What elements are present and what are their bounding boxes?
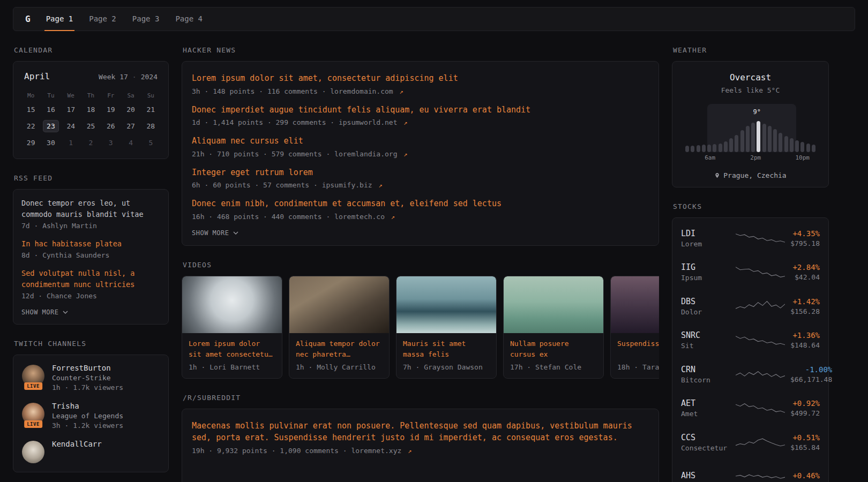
stock-row[interactable]: AET Amet +0.92% $499.72	[681, 391, 820, 426]
weather-hour-bar	[800, 142, 804, 152]
stock-symbol[interactable]: LDI	[681, 229, 730, 238]
hn-item-link[interactable]: Donec imperdiet augue tincidunt felis al…	[192, 104, 649, 116]
calendar-day[interactable]: 26	[103, 120, 119, 132]
stock-symbol[interactable]: IIG	[681, 262, 730, 272]
external-link-icon[interactable]: ↗	[403, 150, 407, 158]
video-title-link[interactable]: Lorem ipsum dolor sit amet consectetu…	[189, 338, 275, 360]
stock-row[interactable]: LDI Lorem +4.35% $795.18	[681, 221, 820, 255]
calendar-day[interactable]: 3	[103, 137, 119, 149]
channel-name[interactable]: ForrestBurton	[52, 364, 123, 372]
calendar-day[interactable]: 24	[63, 120, 79, 132]
video-thumbnail[interactable]	[611, 276, 659, 333]
channel-game[interactable]: League of Legends	[52, 412, 123, 420]
video-thumbnail[interactable]	[289, 276, 389, 333]
calendar-day[interactable]: 25	[83, 120, 99, 132]
hn-item-meta-text: 3h · 148 points · 116 comments · loremdo…	[192, 87, 393, 95]
rss-item-link[interactable]: In hac habitasse platea	[21, 238, 160, 250]
calendar-day[interactable]: 19	[103, 103, 119, 116]
stock-symbol[interactable]: DBS	[681, 297, 730, 306]
calendar-day[interactable]: 18	[83, 103, 99, 116]
weather-hour-bar	[773, 129, 777, 152]
video-card[interactable]: Nullam posuere cursus ex 17h · Stefan Co…	[503, 276, 604, 379]
stock-row[interactable]: AHS +0.46%	[681, 460, 820, 482]
video-title-link[interactable]: Aliquam tempor dolor nec pharetra…	[296, 338, 383, 360]
stock-symbol[interactable]: CRN	[681, 365, 730, 374]
calendar-day[interactable]: 28	[143, 120, 159, 132]
calendar-day[interactable]: 23	[43, 120, 59, 132]
calendar-day[interactable]: 20	[123, 103, 139, 116]
subreddit-post-link[interactable]: Maecenas mollis pulvinar erat non posuer…	[192, 420, 649, 444]
video-thumbnail[interactable]	[504, 276, 603, 333]
weather-location[interactable]: Prague, Czechia	[681, 171, 820, 179]
video-card-body: Nullam posuere cursus ex 17h · Stefan Co…	[504, 333, 603, 378]
stock-row[interactable]: SNRC Sit +1.36% $148.64	[681, 323, 820, 358]
page-tab[interactable]: Page 2	[87, 7, 118, 31]
stock-symbol[interactable]: SNRC	[681, 330, 730, 340]
stock-symbol[interactable]: AHS	[681, 471, 730, 480]
external-link-icon[interactable]: ↗	[391, 213, 395, 221]
external-link-icon[interactable]: ↗	[408, 447, 411, 455]
stock-row[interactable]: IIG Ipsum +2.84% $42.04	[681, 255, 820, 290]
stock-row[interactable]: DBS Dolor +1.42% $156.28	[681, 289, 820, 323]
rss-item-link[interactable]: Sed volutpat nulla nisl, a condimentum n…	[21, 268, 160, 290]
page-tab[interactable]: Page 1	[44, 7, 75, 31]
calendar-day[interactable]: 5	[143, 137, 159, 149]
calendar-day[interactable]: 4	[123, 137, 139, 149]
stock-change: +0.46%	[790, 471, 820, 480]
location-pin-icon	[714, 172, 720, 179]
hn-item-link[interactable]: Lorem ipsum dolor sit amet, consectetur …	[192, 72, 649, 85]
channel-viewers: 1h · 1.7k viewers	[52, 383, 123, 391]
app-logo[interactable]: G	[25, 14, 44, 24]
video-card[interactable]: Aliquam tempor dolor nec pharetra… 1h · …	[289, 276, 390, 379]
rss-item-link[interactable]: Donec tempor eros leo, ut commodo mauris…	[21, 198, 160, 220]
hn-show-more-button[interactable]: SHOW MORE	[192, 229, 238, 237]
stock-symbol[interactable]: AET	[681, 398, 730, 408]
stock-price: $165.84	[790, 443, 820, 451]
twitch-channel-row[interactable]: LIVE Trisha League of Legends 3h · 1.2k …	[22, 402, 160, 430]
page-tab[interactable]: Page 4	[174, 7, 204, 31]
calendar-day[interactable]: 15	[23, 103, 39, 116]
weekday-label: Mo	[27, 92, 34, 99]
channel-info: KendallCarr	[52, 440, 102, 450]
page-tab[interactable]: Page 3	[131, 7, 161, 31]
calendar-day[interactable]: 30	[43, 137, 59, 149]
calendar-day[interactable]: 21	[143, 103, 159, 116]
video-card[interactable]: Lorem ipsum dolor sit amet consectetu… 1…	[182, 276, 282, 379]
external-link-icon[interactable]: ↗	[400, 88, 403, 95]
stock-identity: CCS Consectetur	[681, 433, 730, 452]
video-thumbnail[interactable]	[396, 276, 496, 333]
hn-item-link[interactable]: Donec enim nibh, condimentum et accumsan…	[192, 198, 649, 210]
twitch-channel-row[interactable]: LIVE ForrestBurton Counter-Strike 1h · 1…	[22, 364, 160, 391]
video-title-link[interactable]: Mauris sit amet massa felis	[403, 338, 490, 360]
rss-show-more-button[interactable]: SHOW MORE	[21, 308, 68, 316]
weekday-label: Sa	[127, 92, 134, 99]
twitch-channel-row[interactable]: LIVE KendallCarr	[22, 440, 160, 463]
channel-name[interactable]: Trisha	[52, 402, 123, 410]
stock-row[interactable]: CCS Consectetur +0.51% $165.84	[681, 425, 820, 460]
stock-row[interactable]: CRN Bitcorn -1.00% $66,171.48	[681, 357, 820, 391]
external-link-icon[interactable]: ↗	[378, 182, 382, 189]
channel-game[interactable]: Counter-Strike	[52, 374, 123, 382]
calendar-day[interactable]: 16	[43, 103, 59, 116]
external-link-icon[interactable]: ↗	[403, 119, 407, 126]
calendar-day[interactable]: 22	[23, 120, 39, 132]
stock-symbol[interactable]: CCS	[681, 433, 730, 442]
video-card[interactable]: Suspendisse diam 18h · Tara	[610, 276, 659, 379]
calendar-day[interactable]: 1	[63, 137, 79, 149]
calendar-day[interactable]: 29	[23, 137, 39, 149]
live-badge: LIVE	[24, 420, 42, 428]
stock-name: Ipsum	[681, 274, 730, 282]
hn-item-link[interactable]: Integer eget rutrum lorem	[192, 167, 649, 179]
video-title-link[interactable]: Nullam posuere cursus ex	[510, 338, 597, 360]
channel-info: ForrestBurton Counter-Strike 1h · 1.7k v…	[52, 364, 123, 391]
channel-name[interactable]: KendallCarr	[52, 440, 102, 448]
calendar-day[interactable]: 2	[83, 137, 99, 149]
calendar-day[interactable]: 27	[123, 120, 139, 132]
calendar-day[interactable]: 17	[63, 103, 79, 116]
subreddit-post: Maecenas mollis pulvinar erat non posuer…	[192, 420, 649, 455]
stock-price: $156.28	[790, 307, 820, 315]
video-title-link[interactable]: Suspendisse diam	[617, 338, 659, 360]
video-thumbnail[interactable]	[182, 276, 282, 333]
hn-item-link[interactable]: Aliquam nec cursus elit	[192, 135, 649, 147]
video-card[interactable]: Mauris sit amet massa felis 7h · Grayson…	[396, 276, 497, 379]
